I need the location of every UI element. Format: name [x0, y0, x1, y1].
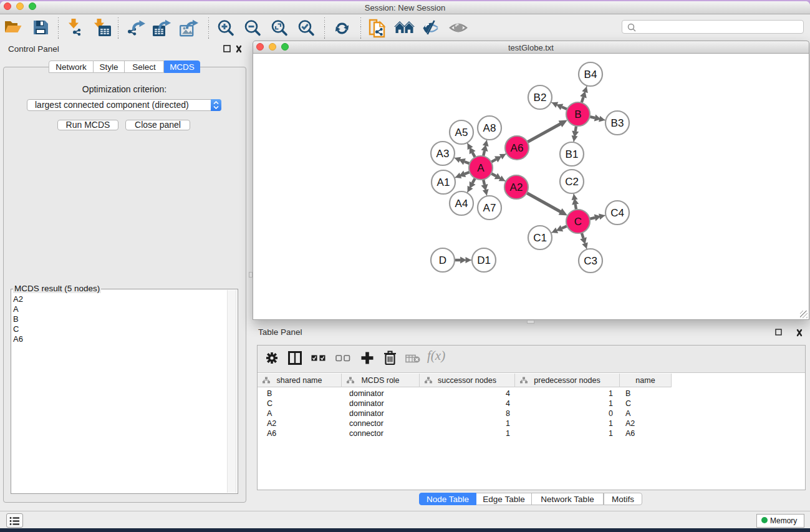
svg-text:A4: A4 — [455, 198, 468, 210]
svg-text:A2: A2 — [510, 181, 523, 193]
svg-text:A5: A5 — [455, 127, 468, 138]
svg-text:A6: A6 — [511, 142, 524, 154]
svg-text:A8: A8 — [483, 122, 496, 134]
svg-text:C1: C1 — [533, 232, 547, 244]
svg-text:B3: B3 — [611, 117, 624, 129]
svg-text:C: C — [574, 216, 582, 228]
svg-text:D: D — [439, 254, 446, 266]
svg-text:C2: C2 — [565, 176, 579, 188]
svg-text:B: B — [574, 109, 581, 120]
svg-text:C4: C4 — [610, 207, 624, 219]
svg-text:B4: B4 — [584, 69, 597, 80]
svg-text:A1: A1 — [437, 177, 450, 188]
svg-text:A: A — [477, 162, 485, 174]
svg-text:C3: C3 — [584, 255, 597, 267]
svg-text:B1: B1 — [566, 148, 579, 160]
svg-text:A7: A7 — [483, 202, 496, 214]
svg-text:B2: B2 — [534, 92, 547, 104]
svg-text:D1: D1 — [477, 254, 491, 266]
svg-text:A3: A3 — [436, 148, 450, 160]
